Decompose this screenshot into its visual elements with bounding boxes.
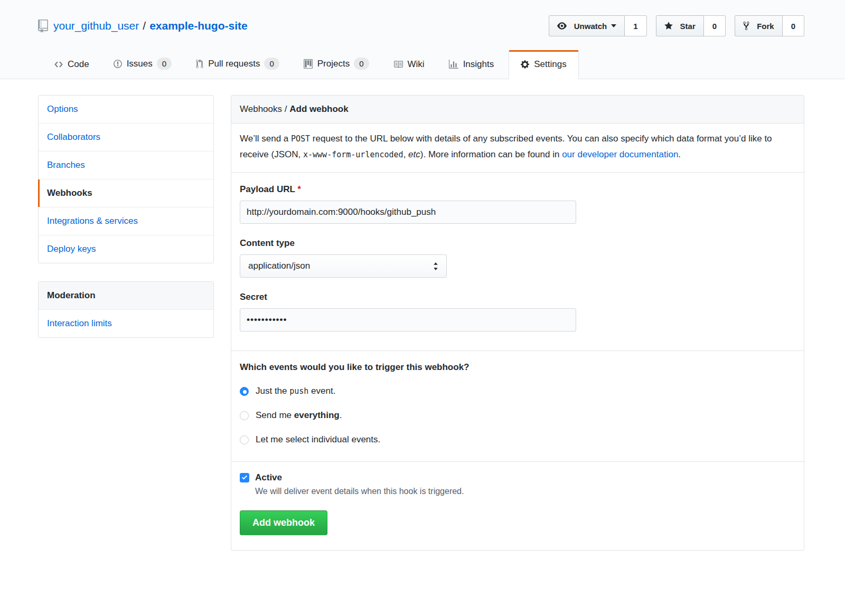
urlencoded-code: x-www-form-urlencoded bbox=[303, 150, 403, 159]
events-section: Which events would you like to trigger t… bbox=[231, 350, 804, 461]
tab-label: Settings bbox=[534, 59, 566, 70]
content-type-value: application/json bbox=[248, 261, 310, 271]
sidebar-item-options[interactable]: Options bbox=[39, 96, 213, 124]
tab-settings[interactable]: Settings bbox=[509, 50, 578, 79]
sidebar-item-deploy-keys[interactable]: Deploy keys bbox=[39, 235, 213, 263]
tab-label: Issues bbox=[127, 59, 153, 69]
repo-name-link[interactable]: example-hugo-site bbox=[149, 20, 248, 32]
radio-just-push[interactable]: Just the push event. bbox=[240, 386, 795, 396]
issue-icon bbox=[114, 59, 122, 69]
content-type-select[interactable]: application/json bbox=[240, 254, 447, 278]
stars-count[interactable]: 0 bbox=[704, 15, 726, 36]
tab-projects[interactable]: Projects 0 bbox=[294, 49, 379, 79]
add-webhook-panel: Webhooks / Add webhook We’ll send a POST… bbox=[231, 95, 804, 551]
forks-count[interactable]: 0 bbox=[783, 15, 804, 36]
active-checkbox[interactable] bbox=[240, 473, 249, 482]
active-note: We will deliver event details when this … bbox=[255, 487, 795, 496]
issues-count-badge: 0 bbox=[157, 58, 172, 70]
gear-icon bbox=[521, 60, 529, 69]
wiki-book-icon bbox=[393, 60, 403, 69]
repo-icon bbox=[38, 20, 48, 33]
push-code: push bbox=[289, 386, 308, 396]
active-checkbox-row[interactable]: Active bbox=[240, 472, 795, 483]
projects-count-badge: 0 bbox=[354, 58, 369, 70]
settings-menu: Options Collaborators Branches Webhooks … bbox=[38, 95, 214, 263]
repo-owner-link[interactable]: your_github_user bbox=[53, 20, 139, 32]
repo-header: your_github_user / example-hugo-site Unw… bbox=[0, 0, 845, 79]
radio-text: event. bbox=[308, 386, 335, 396]
tab-pull-requests[interactable]: Pull requests 0 bbox=[186, 49, 289, 79]
radio-send-everything[interactable]: Send me everything. bbox=[240, 410, 795, 421]
tab-issues[interactable]: Issues 0 bbox=[104, 49, 181, 79]
breadcrumb-webhooks: Webhooks bbox=[240, 104, 282, 114]
project-icon bbox=[304, 59, 313, 69]
watchers-count[interactable]: 1 bbox=[625, 15, 646, 36]
tab-label: Projects bbox=[317, 59, 350, 69]
webhook-form-fields: Payload URL * Content type application/j… bbox=[231, 173, 804, 350]
radio-button[interactable] bbox=[240, 411, 249, 420]
repo-actions: Unwatch 1 Star 0 bbox=[540, 15, 804, 36]
active-section: Active We will deliver event details whe… bbox=[231, 461, 804, 550]
sidebar-item-webhooks[interactable]: Webhooks bbox=[39, 179, 213, 207]
eye-icon bbox=[557, 21, 570, 31]
fork-button[interactable]: Fork bbox=[735, 15, 783, 36]
sidebar-item-branches[interactable]: Branches bbox=[39, 151, 213, 179]
path-divider: / bbox=[143, 20, 146, 32]
add-webhook-button[interactable]: Add webhook bbox=[240, 510, 327, 535]
content-type-label: Content type bbox=[240, 238, 795, 249]
post-code: POST bbox=[291, 134, 310, 144]
breadcrumb-add-webhook: Add webhook bbox=[289, 104, 348, 114]
radio-button[interactable] bbox=[240, 435, 249, 444]
pull-request-icon bbox=[196, 59, 203, 69]
required-asterisk: * bbox=[297, 184, 301, 194]
checkmark-icon bbox=[241, 475, 248, 481]
caret-down-icon bbox=[611, 24, 616, 27]
tab-code[interactable]: Code bbox=[45, 50, 99, 79]
radio-individual-events-label: Let me select individual events. bbox=[256, 434, 380, 445]
breadcrumb: Webhooks / Add webhook bbox=[231, 96, 804, 124]
description-text: We’ll send a bbox=[240, 134, 291, 144]
repo-breadcrumb: your_github_user / example-hugo-site bbox=[38, 20, 248, 33]
radio-just-push-label: Just the push event. bbox=[256, 386, 335, 396]
select-caret-icon bbox=[433, 262, 438, 270]
fork-icon bbox=[743, 21, 753, 31]
radio-text: . bbox=[340, 410, 342, 420]
repo-nav: Code Issues 0 Pull requests 0 Projects 0… bbox=[45, 49, 804, 79]
secret-label: Secret bbox=[240, 292, 795, 302]
sidebar-item-interaction-limits[interactable]: Interaction limits bbox=[39, 310, 213, 337]
unwatch-label: Unwatch bbox=[574, 22, 607, 31]
payload-url-label: Payload URL * bbox=[240, 184, 795, 195]
active-label: Active bbox=[255, 472, 282, 483]
star-button[interactable]: Star bbox=[656, 15, 704, 36]
tab-label: Pull requests bbox=[208, 59, 260, 69]
sidebar-item-collaborators[interactable]: Collaborators bbox=[39, 124, 213, 151]
pull-requests-count-badge: 0 bbox=[264, 58, 279, 70]
description-text: ). More information can be found in bbox=[420, 149, 562, 159]
tab-label: Wiki bbox=[408, 59, 425, 70]
breadcrumb-divider: / bbox=[285, 104, 287, 114]
radio-button-checked[interactable] bbox=[240, 387, 249, 396]
webhook-description: We’ll send a POST request to the URL bel… bbox=[231, 124, 804, 173]
graph-icon bbox=[449, 60, 458, 69]
radio-individual-events[interactable]: Let me select individual events. bbox=[240, 434, 795, 445]
star-icon bbox=[664, 21, 677, 31]
tab-insights[interactable]: Insights bbox=[439, 50, 504, 79]
radio-text: Send me bbox=[256, 410, 294, 420]
settings-sidebar: Options Collaborators Branches Webhooks … bbox=[38, 95, 214, 356]
radio-text: Just the bbox=[256, 386, 289, 396]
sidebar-item-integrations[interactable]: Integrations & services bbox=[39, 207, 213, 235]
tab-label: Code bbox=[68, 59, 89, 70]
secret-input[interactable] bbox=[240, 308, 576, 331]
tab-label: Insights bbox=[463, 59, 494, 70]
description-text: . bbox=[678, 149, 681, 159]
moderation-heading: Moderation bbox=[39, 282, 213, 310]
payload-url-input[interactable] bbox=[240, 201, 576, 224]
unwatch-button[interactable]: Unwatch bbox=[549, 15, 625, 36]
developer-docs-link[interactable]: our developer documentation bbox=[562, 149, 678, 159]
tab-wiki[interactable]: Wiki bbox=[384, 50, 434, 79]
radio-send-everything-label: Send me everything. bbox=[256, 410, 342, 421]
star-label: Star bbox=[680, 22, 696, 31]
etc-italic: etc bbox=[408, 149, 420, 159]
events-heading: Which events would you like to trigger t… bbox=[240, 362, 795, 373]
fork-label: Fork bbox=[757, 22, 774, 31]
